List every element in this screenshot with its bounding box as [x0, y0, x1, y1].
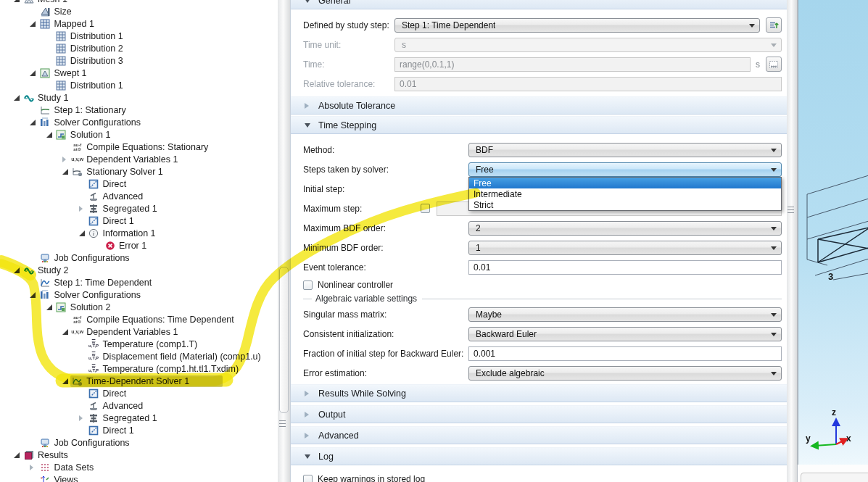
tree-item[interactable]: Advanced — [0, 400, 278, 412]
checkbox[interactable] — [303, 475, 313, 482]
tree-scrollbar-thumb[interactable] — [279, 267, 289, 413]
dropdown[interactable]: Step 1: Time Dependent — [394, 18, 760, 33]
tree-item[interactable]: Mesh 1 — [0, 0, 278, 6]
tree-item[interactable]: wu,T,PTemperature (comp1.T) — [0, 338, 278, 351]
collapse-arrow-icon[interactable] — [14, 267, 20, 274]
dropdown[interactable]: 1 — [468, 241, 782, 255]
tree-item[interactable]: wu,T,PTemperature (comp1.ht.tl1.Txdim) — [0, 363, 278, 375]
distribution-icon — [56, 80, 67, 91]
collapse-arrow-icon[interactable] — [14, 452, 20, 459]
tree-item[interactable]: Job Configurations — [0, 437, 278, 449]
expand-arrow-icon[interactable] — [79, 206, 86, 212]
collapse-arrow-icon[interactable] — [79, 230, 86, 237]
dropdown[interactable]: 2 — [468, 221, 782, 236]
tree-item[interactable]: Distribution 3 — [0, 55, 278, 67]
tree-item[interactable]: Mapped 1 — [0, 18, 278, 30]
tree-item-label: Direct 1 — [103, 425, 134, 436]
tree-item[interactable]: Study 2 — [0, 265, 278, 277]
range-button[interactable] — [766, 57, 782, 72]
study-step-list-button[interactable] — [766, 17, 782, 33]
tree-item[interactable]: wu,T,PDisplacement field (Material) (com… — [0, 351, 278, 363]
group-label: Algebraic variable settings — [315, 294, 417, 304]
section-collapse-icon — [305, 454, 312, 459]
collapse-arrow-icon[interactable] — [46, 132, 53, 138]
dropdown[interactable]: BDF — [468, 143, 782, 157]
tree-item[interactable]: Solver Configurations — [0, 289, 278, 302]
tree-item[interactable]: Step 1: Time Dependent — [0, 277, 278, 289]
dropdown-value: Backward Euler — [476, 329, 537, 339]
text-input[interactable]: 0.01 — [394, 77, 782, 91]
tree-item[interactable]: Solver Configurations — [0, 117, 278, 129]
collapse-arrow-icon[interactable] — [62, 329, 69, 336]
tree-item[interactable]: Size — [0, 6, 278, 18]
section-header-results-while-solving[interactable]: Results While Solving — [291, 384, 787, 402]
tree-item[interactable]: au-fat⚙Compile Equations: Time Dependent — [0, 314, 278, 326]
section-header-log[interactable]: Log — [291, 447, 787, 465]
section-header-absolute-tolerance[interactable]: Absolute Tolerance — [291, 96, 787, 115]
tree-item-label: Direct — [103, 179, 127, 189]
tree-item[interactable]: u,v,wDependent Variables 1 — [0, 154, 278, 166]
tree-item[interactable]: Segregated 1 — [0, 203, 278, 215]
dropdown-list-item[interactable]: Strict — [469, 199, 781, 210]
tree-item[interactable]: iInformation 1 — [0, 228, 278, 240]
tree-item[interactable]: Segregated 1 — [0, 412, 278, 425]
collapse-arrow-icon[interactable] — [62, 378, 69, 385]
tree-item[interactable]: Direct — [0, 178, 278, 191]
tree-item[interactable]: Advanced — [0, 191, 278, 203]
information-icon: i — [88, 228, 99, 238]
dropdown-list-item[interactable]: Free — [469, 178, 781, 188]
tree-item[interactable]: Job Configurations — [0, 252, 278, 265]
tree-item[interactable]: Solution 2 — [0, 302, 278, 314]
swept-icon — [39, 68, 50, 78]
dropdown[interactable]: Maybe — [468, 307, 782, 322]
collapse-arrow-icon[interactable] — [14, 0, 20, 3]
tree-item[interactable]: Distribution 1 — [0, 80, 278, 92]
text-input[interactable]: 0.01 — [468, 260, 782, 275]
text-input[interactable]: 0.001 — [468, 346, 782, 361]
graphics-splitter[interactable] — [787, 0, 798, 482]
expand-arrow-icon[interactable] — [79, 415, 86, 422]
tree-item[interactable]: Direct 1 — [0, 215, 278, 228]
section-header-general[interactable]: General — [291, 0, 787, 9]
section-header-advanced[interactable]: Advanced — [291, 426, 787, 444]
tree-item[interactable]: Distribution 2 — [0, 43, 278, 55]
dropdown[interactable]: s — [394, 38, 782, 52]
collapse-arrow-icon[interactable] — [46, 304, 53, 311]
tree-item[interactable]: Swept 1 — [0, 67, 278, 80]
tree-item[interactable]: Time-Dependent Solver 1 — [0, 375, 278, 388]
collapse-arrow-icon[interactable] — [14, 95, 20, 101]
section-header-output[interactable]: Output — [291, 405, 787, 423]
dropdown[interactable]: Exclude algebraic — [468, 366, 782, 381]
collapse-arrow-icon[interactable] — [30, 21, 36, 28]
tree-item[interactable]: Direct 1 — [0, 425, 278, 437]
tree-item[interactable]: u,v,wDependent Variables 1 — [0, 326, 278, 338]
tree-item[interactable]: au-fat⚙Compile Equations: Stationary — [0, 141, 278, 154]
text-input[interactable]: range(0,0.1,1) — [394, 57, 751, 72]
expand-arrow-icon[interactable] — [62, 157, 69, 163]
checkbox[interactable] — [303, 281, 313, 290]
tree-item[interactable]: Study 1 — [0, 92, 278, 104]
tree-item[interactable]: Direct — [0, 388, 278, 400]
tree-item[interactable]: sViews — [0, 474, 278, 482]
tree-splitter[interactable] — [278, 0, 291, 482]
tree-item[interactable]: Step 1: Stationary — [0, 104, 278, 117]
dropdown-list-item[interactable]: Intermediate — [469, 188, 781, 199]
section-header-time-stepping[interactable]: Time Stepping — [291, 116, 787, 134]
checkbox[interactable] — [421, 204, 430, 213]
collapse-arrow-icon[interactable] — [30, 292, 36, 299]
graphics-view[interactable]: 3 z x y — [798, 0, 868, 465]
tree-item[interactable]: Stationary Solver 1 — [0, 166, 278, 178]
tree-item[interactable]: Distribution 1 — [0, 30, 278, 43]
dropdown[interactable]: Backward Euler — [468, 327, 782, 341]
tree-item[interactable]: Solution 1 — [0, 129, 278, 141]
tree-item[interactable]: Data Sets — [0, 462, 278, 474]
tree-item[interactable]: Results — [0, 449, 278, 462]
comsol-window: { "tree": { "items": [ {"label":"Mesh 1"… — [0, 0, 868, 482]
collapse-arrow-icon[interactable] — [30, 70, 36, 77]
collapse-arrow-icon[interactable] — [30, 120, 36, 126]
expand-arrow-icon[interactable] — [30, 465, 36, 471]
model-tree[interactable]: Mesh 1SizeMapped 1Distribution 1Distribu… — [0, 0, 278, 482]
dropdown[interactable]: Free — [468, 162, 782, 177]
collapse-arrow-icon[interactable] — [62, 169, 69, 175]
tree-item[interactable]: Error 1 — [0, 240, 278, 252]
